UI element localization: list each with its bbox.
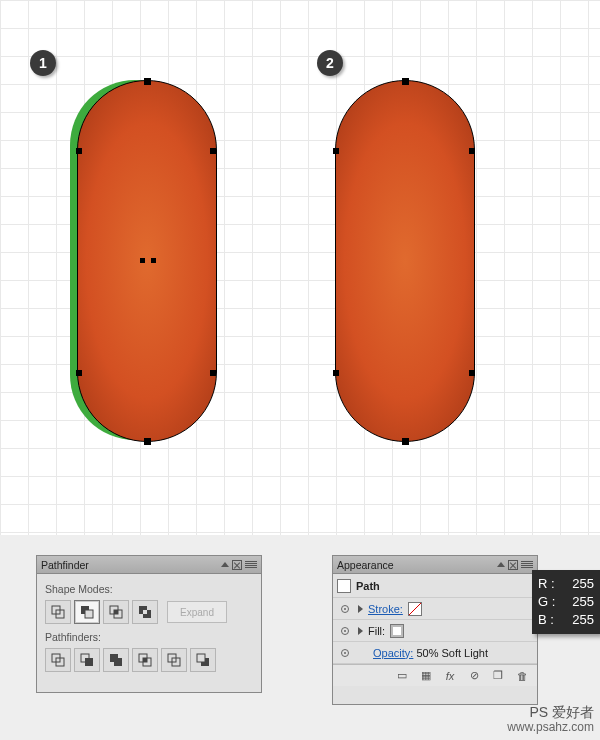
duplicate-icon[interactable]: ❐ xyxy=(489,668,507,684)
trash-icon[interactable]: 🗑 xyxy=(513,668,531,684)
anchor-point[interactable] xyxy=(402,78,409,85)
g-label: G : xyxy=(538,593,555,611)
appearance-body: Path Stroke: Fill: Opacity: 50% Soft Lig… xyxy=(333,574,537,686)
pf-crop[interactable] xyxy=(132,648,158,672)
svg-rect-13 xyxy=(85,658,93,666)
stroke-swatch[interactable] xyxy=(408,602,422,616)
visibility-icon[interactable] xyxy=(337,647,353,659)
appearance-panel: Appearance Path Stroke: Fill: xyxy=(332,555,538,705)
anchor-point[interactable] xyxy=(210,148,216,154)
anchor-point[interactable] xyxy=(402,438,409,445)
mode-intersect[interactable] xyxy=(103,600,129,624)
opacity-link[interactable]: Opacity: xyxy=(373,647,413,659)
anchor-point[interactable] xyxy=(333,148,339,154)
watermark: PS 爱好者 www.psahz.com xyxy=(507,705,594,735)
r-value: 255 xyxy=(572,575,594,593)
pathfinders-label: Pathfinders: xyxy=(45,631,253,643)
pf-merge[interactable] xyxy=(103,648,129,672)
appearance-opacity-row[interactable]: Opacity: 50% Soft Light xyxy=(333,642,537,664)
r-label: R : xyxy=(538,575,555,593)
stroke-link[interactable]: Stroke: xyxy=(368,603,403,615)
step-badge-2: 2 xyxy=(317,50,343,76)
object-name: Path xyxy=(356,580,380,592)
panel-header[interactable]: Appearance xyxy=(333,556,537,574)
svg-rect-3 xyxy=(85,610,93,618)
anchor-point[interactable] xyxy=(469,370,475,376)
appearance-object-row[interactable]: Path xyxy=(333,574,537,598)
clear-appearance-icon[interactable]: ⊘ xyxy=(465,668,483,684)
visibility-icon[interactable] xyxy=(337,603,353,615)
svg-rect-22 xyxy=(197,654,205,662)
opacity-value: 50% Soft Light xyxy=(416,647,488,659)
flyout-menu-icon[interactable] xyxy=(521,561,533,568)
svg-rect-9 xyxy=(143,610,147,614)
new-art-icon[interactable]: ▭ xyxy=(393,668,411,684)
collapse-icon[interactable] xyxy=(497,562,505,567)
svg-rect-15 xyxy=(114,658,122,666)
visibility-icon[interactable] xyxy=(337,625,353,637)
disclosure-icon[interactable] xyxy=(358,627,363,635)
fill-label: Fill: xyxy=(368,625,385,637)
panel-title: Pathfinder xyxy=(41,559,89,571)
step-badge-1: 1 xyxy=(30,50,56,76)
anchor-point[interactable] xyxy=(144,78,151,85)
anchor-point[interactable] xyxy=(76,148,82,154)
fill-swatch[interactable] xyxy=(390,624,404,638)
rgb-readout: R :255 G :255 B :255 xyxy=(532,570,600,634)
artboard-grid: 1 2 xyxy=(0,0,600,535)
anchor-point[interactable] xyxy=(469,148,475,154)
anchor-point[interactable] xyxy=(333,370,339,376)
pathfinders-row xyxy=(45,648,253,672)
pf-trim[interactable] xyxy=(74,648,100,672)
mode-minus-front[interactable] xyxy=(74,600,100,624)
appearance-stroke-row[interactable]: Stroke: xyxy=(333,598,537,620)
appearance-fill-row[interactable]: Fill: xyxy=(333,620,537,642)
close-icon[interactable] xyxy=(508,560,518,570)
appearance-footer: ▭ ▦ fx ⊘ ❐ 🗑 xyxy=(333,664,537,686)
pf-divide[interactable] xyxy=(45,648,71,672)
panel-header[interactable]: Pathfinder xyxy=(37,556,261,574)
flyout-menu-icon[interactable] xyxy=(245,561,257,568)
watermark-line2: www.psahz.com xyxy=(507,720,594,735)
pathfinder-panel: Pathfinder Shape Modes: Expand Pathfinde… xyxy=(36,555,262,693)
mode-unite[interactable] xyxy=(45,600,71,624)
close-icon[interactable] xyxy=(232,560,242,570)
layer-icon[interactable]: ▦ xyxy=(417,668,435,684)
pf-outline[interactable] xyxy=(161,648,187,672)
center-indicator xyxy=(140,258,156,263)
mode-exclude[interactable] xyxy=(132,600,158,624)
pf-minus-back[interactable] xyxy=(190,648,216,672)
svg-rect-6 xyxy=(114,610,118,614)
shape-modes-row: Expand xyxy=(45,600,253,624)
disclosure-icon[interactable] xyxy=(358,605,363,613)
expand-button[interactable]: Expand xyxy=(167,601,227,623)
panel-title: Appearance xyxy=(337,559,394,571)
anchor-point[interactable] xyxy=(144,438,151,445)
svg-rect-16 xyxy=(143,658,147,662)
watermark-line1: PS 爱好者 xyxy=(507,705,594,720)
anchor-point[interactable] xyxy=(210,370,216,376)
object-thumb xyxy=(337,579,351,593)
anchor-point[interactable] xyxy=(76,370,82,376)
b-value: 255 xyxy=(572,611,594,629)
shape-modes-label: Shape Modes: xyxy=(45,583,253,595)
b-label: B : xyxy=(538,611,554,629)
shape-orange-right[interactable] xyxy=(335,80,475,442)
g-value: 255 xyxy=(572,593,594,611)
collapse-icon[interactable] xyxy=(221,562,229,567)
fx-icon[interactable]: fx xyxy=(441,668,459,684)
